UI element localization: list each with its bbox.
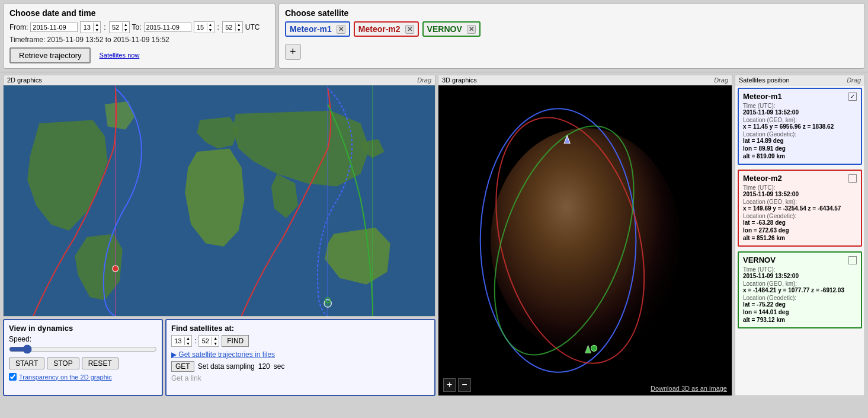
sat-card-geo-value-m2: x = 149.69 y = -3254.54 z = -6434.57 xyxy=(743,205,857,212)
reset-button[interactable]: RESET xyxy=(82,358,118,369)
sat-card-geo-value-vernov: x = -1484.21 y = 1077.77 z = -6912.03 xyxy=(743,287,857,293)
graphics-2d-drag[interactable]: Drag xyxy=(417,76,431,84)
from-label: From: xyxy=(9,23,28,31)
sat-card-lat-vernov: lat = -75.22 deg xyxy=(743,301,857,308)
satellite-panel-title: Choose satellite xyxy=(285,8,859,18)
sat-card-alt-vernov: alt = 793.12 km xyxy=(743,317,857,323)
to-date-input[interactable] xyxy=(144,23,191,32)
satellites-position-drag[interactable]: Drag xyxy=(847,76,861,84)
sat-card-lat-m2: lat = -63.28 deg xyxy=(743,219,857,226)
download-3d-link[interactable]: Download 3D as an image xyxy=(651,385,727,392)
sat-card-lon-vernov: lon = 144.01 deg xyxy=(743,309,857,315)
view-in-dynamics-panel: View in dynamics Speed: START STOP RESET… xyxy=(3,319,163,396)
timeframe-value: 2015-11-09 13:52 to 2015-11-09 15:52 xyxy=(47,36,169,44)
trajectories-link[interactable]: ▶ Get satellite trajectories in files xyxy=(171,350,430,359)
to-min-arrows[interactable]: ▲▼ xyxy=(236,22,242,33)
sat-card-geodetic-label-vernov: Location (Geodetic): xyxy=(743,295,857,301)
satellites-position-panel: Satellites position Drag Meteor-m1 ✓ Tim… xyxy=(735,75,865,396)
set-data-sampling-label: Set data sampling xyxy=(198,362,255,371)
dynamics-title: View in dynamics xyxy=(9,324,157,333)
satellites-position-col: Satellites position Drag Meteor-m1 ✓ Tim… xyxy=(735,75,865,396)
to-hour-arrows[interactable]: ▲▼ xyxy=(207,22,214,33)
find-title: Find satellites at: xyxy=(171,324,430,333)
graphics-3d-drag[interactable]: Drag xyxy=(714,76,728,84)
utc-label: UTC xyxy=(245,23,260,31)
satellite-tag-close-meteor-m2[interactable]: ✕ xyxy=(405,25,414,34)
find-time-row: 13 ▲▼ : 52 ▲▼ FIND xyxy=(171,335,430,347)
timeframe-display: Timeframe: 2015-11-09 13:52 to 2015-11-0… xyxy=(9,36,269,44)
find-hour-spinner[interactable]: 13 ▲▼ xyxy=(171,335,192,347)
zoom-in-button[interactable]: + xyxy=(443,378,456,392)
date-panel-title: Choose date and time xyxy=(9,8,269,18)
choose-satellite-panel: Choose satellite Meteor-m1 ✕ Meteor-m2 ✕… xyxy=(278,3,865,69)
satellite-tag-meteor-m1[interactable]: Meteor-m1 ✕ xyxy=(285,21,350,37)
sat-card-header-meteor-m1: Meteor-m1 ✓ xyxy=(743,92,857,101)
from-date-input[interactable] xyxy=(30,23,78,32)
find-satellites-panel: Find satellites at: 13 ▲▼ : 52 ▲▼ FIND ▶… xyxy=(165,319,435,396)
sat-card-header-meteor-m2: Meteor-m2 xyxy=(743,174,857,183)
globe-container[interactable]: + − Download 3D as an image xyxy=(438,85,732,395)
sat-card-time-label-m2: Time (UTC): xyxy=(743,184,857,191)
satellite-tags-container: Meteor-m1 ✕ Meteor-m2 ✕ VERNOV ✕ xyxy=(285,21,859,37)
map-2d-container[interactable] xyxy=(4,85,435,316)
graphics-3d-title: 3D graphics xyxy=(442,76,477,84)
get-link-label: Get a link xyxy=(171,374,201,382)
graphics-3d-header: 3D graphics Drag xyxy=(438,75,732,85)
transparency-checkbox-label[interactable]: Transparency on the 2D graphic xyxy=(9,373,157,381)
graphics-2d-header: 2D graphics Drag xyxy=(4,75,435,85)
from-min-arrows[interactable]: ▲▼ xyxy=(123,22,129,33)
find-hour-arrows[interactable]: ▲▼ xyxy=(185,336,191,346)
stop-button[interactable]: STOP xyxy=(47,358,79,369)
find-min-spinner[interactable]: 52 ▲▼ xyxy=(198,335,219,347)
satellite-tag-meteor-m2[interactable]: Meteor-m2 ✕ xyxy=(354,21,419,37)
satellite-tag-label-meteor-m2: Meteor-m2 xyxy=(358,24,401,34)
sat-card-meteor-m2: Meteor-m2 Time (UTC): 2015-11-09 13:52:0… xyxy=(738,170,862,247)
retrieve-trajectory-button[interactable]: Retrieve trajectory xyxy=(9,47,91,63)
sat-card-geodetic-label-m2: Location (Geodetic): xyxy=(743,213,857,219)
start-button[interactable]: START xyxy=(9,358,44,369)
add-satellite-button[interactable]: + xyxy=(285,44,301,60)
sat-card-time-value-vernov: 2015-11-09 13:52:00 xyxy=(743,273,857,279)
find-min-arrows[interactable]: ▲▼ xyxy=(212,336,219,346)
satellite-tag-close-vernov[interactable]: ✕ xyxy=(467,25,476,34)
sat-card-checkbox-meteor-m2[interactable] xyxy=(848,174,857,183)
graphics-2d-panel: 2D graphics Drag xyxy=(3,75,435,317)
colon1: : xyxy=(104,23,105,31)
sat-card-name-vernov: VERNOV xyxy=(743,256,776,264)
to-label: To: xyxy=(132,23,142,31)
sat-card-checkbox-meteor-m1[interactable]: ✓ xyxy=(848,92,857,101)
get-link[interactable]: Get a link xyxy=(171,374,430,382)
sat-card-lat-m1: lat = 14.89 deg xyxy=(743,138,857,144)
sat-card-time-value-m2: 2015-11-09 13:52:00 xyxy=(743,191,857,197)
to-hour-spinner[interactable]: 15 ▲▼ xyxy=(194,21,214,33)
find-button[interactable]: FIND xyxy=(222,335,249,347)
sat-card-header-vernov: VERNOV xyxy=(743,256,857,264)
satellite-tag-close-meteor-m1[interactable]: ✕ xyxy=(337,25,345,34)
transparency-label: Transparency on the 2D graphic xyxy=(19,374,112,381)
svg-point-10 xyxy=(467,107,661,374)
from-hour-arrows[interactable]: ▲▼ xyxy=(94,22,100,33)
traj-get-row: GET Set data sampling 120 sec xyxy=(171,361,430,372)
zoom-out-button[interactable]: − xyxy=(458,378,470,392)
transparency-checkbox[interactable] xyxy=(9,373,17,381)
from-min-spinner[interactable]: 52 ▲▼ xyxy=(109,21,130,33)
sat-card-alt-m2: alt = 851.26 km xyxy=(743,235,857,241)
speed-slider[interactable] xyxy=(9,344,157,354)
sat-card-geo-label-m1: Location (GEO, km): xyxy=(743,117,857,123)
graphics-2d-title: 2D graphics xyxy=(7,76,42,84)
sat-card-checkbox-vernov[interactable] xyxy=(848,256,857,264)
sat-card-name-meteor-m1: Meteor-m1 xyxy=(743,92,782,101)
to-min-spinner[interactable]: 52 ▲▼ xyxy=(222,21,243,33)
from-hour-spinner[interactable]: 13 ▲▼ xyxy=(80,21,101,33)
globe-trajectories-svg xyxy=(438,85,732,395)
satellite-tag-vernov[interactable]: VERNOV ✕ xyxy=(422,21,481,37)
to-hour-value: 15 xyxy=(194,23,207,31)
sat-card-name-meteor-m2: Meteor-m2 xyxy=(743,174,782,183)
dynamics-buttons: START STOP RESET xyxy=(9,358,157,369)
sampling-value: 120 xyxy=(258,362,270,371)
satellite-tag-label-meteor-m1: Meteor-m1 xyxy=(290,24,332,34)
svg-point-12 xyxy=(591,345,597,351)
get-button[interactable]: GET xyxy=(171,361,194,372)
sat-card-geo-label-vernov: Location (GEO, km): xyxy=(743,280,857,287)
satellites-now-link[interactable]: Satellites now xyxy=(99,52,139,59)
